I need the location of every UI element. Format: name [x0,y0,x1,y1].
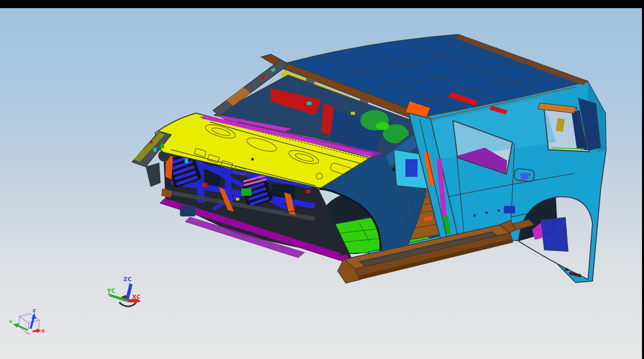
cyan-part [185,159,188,163]
wing-teal-part [153,148,157,152]
debris-fastener[interactable] [565,268,569,271]
top-letterbox-bar [0,0,644,8]
right-letterbox-bar [642,0,644,359]
abs-origin-highlight [28,329,30,331]
hood-latch-dot [251,158,254,161]
zc-axis-label: ZC [123,276,132,282]
debris-red-dot [571,273,573,274]
graphics-viewport[interactable]: ZC YC XC Z Y X [0,0,644,359]
xc-axis-label: XC [132,294,141,300]
wing-red-dot [150,141,153,144]
cad-window: ZC YC XC Z Y X [0,0,644,359]
door-handle[interactable] [514,168,535,182]
wing-green-part [161,144,164,148]
y-axis-label: Y [9,319,13,324]
x-axis-label: X [41,329,45,334]
bumper-corner-box [180,206,195,216]
debris-red-dot-2 [578,275,579,276]
z-axis-label: Z [33,308,36,313]
yc-axis-label: YC [107,288,116,294]
door-interior-blue-box [405,159,418,177]
abs-origin-sphere[interactable] [27,329,33,334]
